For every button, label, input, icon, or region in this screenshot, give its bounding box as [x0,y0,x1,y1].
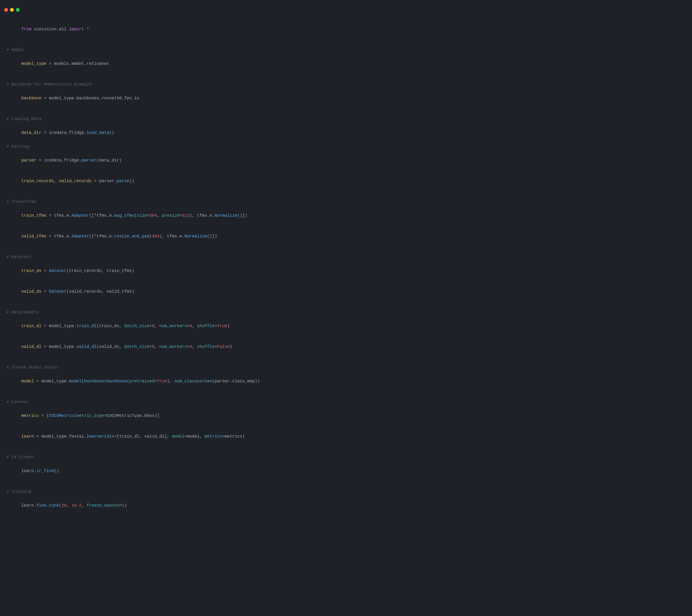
data-dir-line: data_dir = icedata.fridge.load_data() [6,122,686,143]
comment-loading: # Loading Data [6,115,686,122]
import-line: from icevision.all import * [6,19,686,40]
comment-training: # Training [6,488,686,495]
parser-line: parser = icedata.fridge.parser(data_dir) [6,150,686,171]
model-type-line: model_type = models.mmdet.retinanet [6,54,686,74]
comment-create-model: # Create model object [6,364,686,371]
train-tfms-line: train_tfms = tfms.A.Adapter([*tfms.A.aug… [6,205,686,226]
backbone-line: backbone = model_type.backbones.resnet50… [6,88,686,109]
lr-find-line: learn.lr_find() [6,461,686,481]
comment-backbone: # Backbone for MMDetection Example [6,81,686,88]
editor-window: from icevision.all import * # Model mode… [0,0,692,616]
minimize-button[interactable] [10,8,14,12]
comment-model: # Model [6,46,686,54]
comment-datasets: # Datasets [6,254,686,260]
valid-ds-line: valid_ds = Dataset(valid_records, valid_… [6,281,686,302]
comment-transforms: # Transforms [6,198,686,205]
comment-dataloaders: # DataLoaders [6,309,686,316]
fine-tune-line: learn.fine_tune(20, 1e-2, freeze_epochs=… [6,495,686,516]
comment-learner: # Learner [6,399,686,405]
learn-line: learn = model_type.fastai.learner(dls=[t… [6,426,686,447]
maximize-button[interactable] [16,8,20,12]
train-dl-line: train_dl = model_type.train_dl(train_ds,… [6,316,686,336]
title-bar [0,4,692,17]
model-line: model = model_type.model(backbone=backbo… [6,371,686,391]
valid-tfms-line: valid_tfms = tfms.A.Adapter([*tfms.A.res… [6,226,686,247]
code-editor: from icevision.all import * # Model mode… [0,17,692,524]
comment-parsing: # Parsing [6,143,686,150]
valid-dl-line: valid_dl = model_type.valid_dl(valid_ds,… [6,336,686,357]
close-button[interactable] [4,8,8,12]
metrics-line: metrics = [COCOMetric(metric_type=COCOMe… [6,405,686,426]
train-ds-line: train_ds = Dataset(train_records, train_… [6,260,686,281]
train-records-line: train_records, valid_records = parser.pa… [6,171,686,191]
comment-lr: # LR Finder [6,454,686,461]
